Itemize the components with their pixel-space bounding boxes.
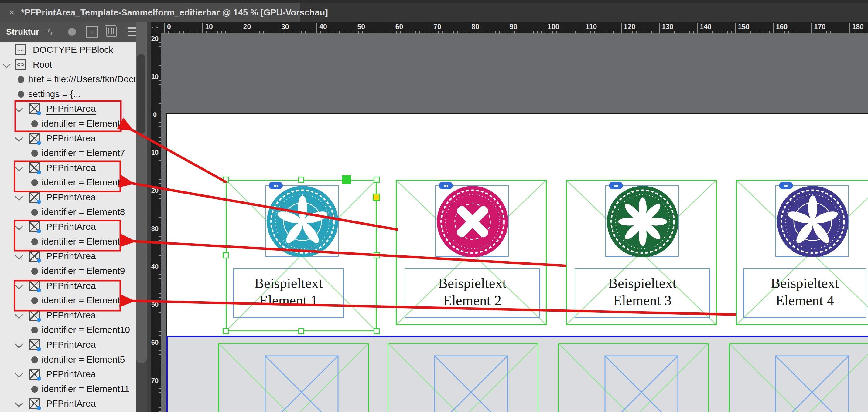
- tree-row-identifier-element11[interactable]: identifier = Element11: [0, 382, 136, 397]
- selection-handle[interactable]: [223, 177, 229, 183]
- tree-row-identifier-element7[interactable]: identifier = Element7: [0, 146, 136, 161]
- selection-handle[interactable]: [223, 252, 229, 259]
- card-text-line2: Element 3: [575, 292, 710, 309]
- linked-content-badge-icon[interactable]: ∞: [269, 182, 283, 189]
- chevron-down-icon[interactable]: [15, 104, 23, 112]
- document-canvas[interactable]: ∞ Beispieltext Element 1 ∞ Beispieltext …: [161, 33, 868, 412]
- panel-scrollbar[interactable]: [136, 22, 147, 412]
- chevron-down-icon[interactable]: [15, 193, 23, 201]
- tree-row-identifier-element1[interactable]: identifier = Element1: [0, 116, 136, 131]
- tree-row-pfprintarea[interactable]: PFPrintArea: [0, 397, 136, 411]
- print-area-card-4[interactable]: ∞ Beispieltext Element 4: [736, 180, 868, 325]
- tree-row-pfprintarea[interactable]: PFPrintArea: [0, 249, 136, 264]
- selection-handle[interactable]: [374, 328, 380, 334]
- attribute-bullet-icon: [31, 150, 38, 157]
- structure-panel: Struktur ϟ + ∴∴ DOCTYPE PFBlock <> Root …: [0, 22, 136, 412]
- empty-frame-4[interactable]: [728, 343, 868, 412]
- tree-row-identifier-element3[interactable]: identifier = Element3: [0, 235, 136, 249]
- autosize-handle[interactable]: [342, 175, 351, 184]
- chevron-down-icon[interactable]: [15, 399, 23, 407]
- tree-row-identifier-element10[interactable]: identifier = Element10: [0, 323, 136, 337]
- frame-element-icon: [29, 280, 40, 291]
- tree-row-pfprintarea[interactable]: PFPrintArea: [0, 279, 136, 294]
- trash-icon[interactable]: [104, 22, 119, 42]
- tree-row-pfprintarea[interactable]: PFPrintArea: [0, 367, 136, 382]
- card-text-line2: Element 2: [405, 292, 539, 309]
- frame-element-icon: [29, 221, 40, 232]
- linked-content-badge-icon[interactable]: ∞: [609, 182, 623, 189]
- tree-row-pfprintarea[interactable]: PFPrintArea: [0, 220, 136, 234]
- ruler-origin-box[interactable]: [151, 22, 161, 33]
- tree-row-identifier-element8[interactable]: identifier = Element8: [0, 205, 136, 220]
- tree-row-pfprintarea[interactable]: PFPrintArea: [0, 131, 136, 146]
- image-frame[interactable]: [605, 185, 679, 257]
- attribute-bullet-icon: [18, 76, 24, 83]
- attribute-bullet-icon: [31, 121, 38, 127]
- empty-frame-2[interactable]: [388, 343, 538, 412]
- chevron-down-icon[interactable]: [15, 222, 23, 230]
- tree-row-identifier-element2[interactable]: identifier = Element2: [0, 175, 136, 190]
- selection-handle[interactable]: [298, 177, 304, 183]
- attribute-bullet-icon: [31, 268, 38, 275]
- window-top-strip: [0, 0, 868, 3]
- text-frame[interactable]: Beispieltext Element 3: [575, 269, 710, 318]
- element-icon: <>: [15, 59, 26, 70]
- chevron-down-icon[interactable]: [15, 281, 23, 289]
- map-tags-icon[interactable]: ϟ: [42, 22, 58, 42]
- tree-row-identifier-element4[interactable]: identifier = Element4: [0, 294, 136, 308]
- frame-element-icon: [29, 162, 40, 173]
- selection-handle[interactable]: [374, 252, 380, 259]
- chevron-down-icon[interactable]: [15, 370, 23, 378]
- horizontal-ruler[interactable]: 0102030405060708090100110120130140150160…: [161, 22, 868, 33]
- vertical-ruler[interactable]: 2010010203040506070: [151, 33, 161, 412]
- chevron-down-icon[interactable]: [15, 251, 23, 260]
- document-tab[interactable]: × *PFPrintArea_Template-Sammelform_editi…: [0, 3, 300, 22]
- print-area-card-1[interactable]: ∞ Beispieltext Element 1: [226, 180, 377, 331]
- print-area-card-2[interactable]: ∞ Beispieltext Element 2: [396, 180, 547, 325]
- structure-tree: ∴∴ DOCTYPE PFBlock <> Root href = file:/…: [0, 42, 136, 412]
- image-frame[interactable]: [435, 185, 509, 257]
- image-frame[interactable]: [265, 185, 339, 257]
- tree-row-identifier-element5[interactable]: identifier = Element5: [0, 352, 136, 367]
- linked-content-badge-icon[interactable]: ∞: [779, 182, 793, 189]
- attribute-bullet-icon: [31, 179, 38, 186]
- frame-element-icon: [29, 250, 40, 262]
- tree-row-doctype-pfblock[interactable]: ∴∴ DOCTYPE PFBlock: [0, 43, 136, 57]
- tree-row-pfprintarea[interactable]: PFPrintArea: [0, 161, 136, 175]
- tree-row-pfprintarea[interactable]: PFPrintArea: [0, 190, 136, 205]
- tree-row-pfprintarea[interactable]: PFPrintArea: [0, 102, 136, 116]
- mandala-image: [435, 185, 510, 258]
- frame-element-icon: [29, 192, 40, 203]
- chevron-down-icon[interactable]: [2, 60, 11, 68]
- tree-row-root[interactable]: <> Root: [0, 58, 136, 72]
- card-text-line1: Beispieltext: [575, 275, 710, 292]
- linked-content-badge-icon[interactable]: ∞: [439, 182, 453, 189]
- image-frame[interactable]: [775, 185, 849, 257]
- tree-row-pfprintarea[interactable]: PFPrintArea: [0, 308, 136, 323]
- chevron-down-icon[interactable]: [15, 134, 23, 142]
- card-text-line2: Element 1: [234, 292, 343, 309]
- empty-frame-3[interactable]: [558, 343, 709, 412]
- attribute-bullet-icon: [31, 297, 38, 304]
- selection-handle[interactable]: [223, 328, 229, 334]
- selection-handle[interactable]: [374, 177, 380, 183]
- chevron-down-icon[interactable]: [15, 340, 23, 348]
- add-element-icon[interactable]: +: [85, 22, 100, 42]
- text-frame[interactable]: Beispieltext Element 4: [743, 269, 866, 318]
- tree-row-settings-[interactable]: settings = {...: [0, 87, 136, 102]
- selection-handle[interactable]: [298, 328, 304, 334]
- tree-row-identifier-element9[interactable]: identifier = Element9: [0, 264, 136, 278]
- scrollbar-thumb[interactable]: [137, 54, 146, 134]
- corner-edit-widget[interactable]: [373, 194, 380, 201]
- close-tab-icon[interactable]: ×: [9, 3, 14, 22]
- text-frame[interactable]: Beispieltext Element 1: [233, 269, 344, 318]
- chevron-down-icon[interactable]: [15, 311, 23, 319]
- tree-row-pfprintarea[interactable]: PFPrintArea: [0, 338, 136, 352]
- text-frame[interactable]: Beispieltext Element 2: [405, 269, 540, 318]
- tree-row-href-file-users-fkn-docum[interactable]: href = file:///Users/fkn/Docum: [0, 72, 136, 87]
- record-circle-icon[interactable]: [64, 22, 80, 42]
- chevron-down-icon[interactable]: [15, 163, 23, 171]
- print-area-card-3[interactable]: ∞ Beispieltext Element 3: [566, 180, 717, 325]
- empty-frame-1[interactable]: [218, 343, 369, 412]
- attribute-bullet-icon: [18, 91, 24, 98]
